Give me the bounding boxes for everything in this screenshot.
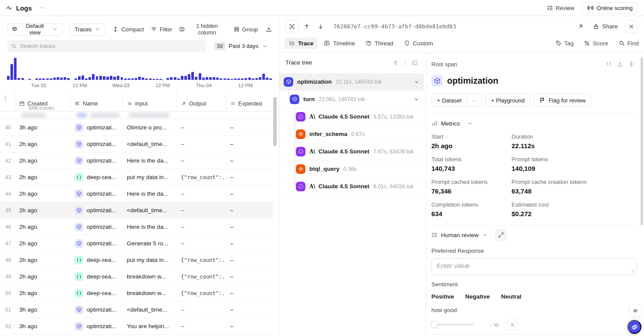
trace-tree-item[interactable]: btql_query0.36s xyxy=(279,160,424,178)
sentiment-neutral-button[interactable]: Neutral xyxy=(501,293,522,300)
row-number: 40 xyxy=(0,125,15,131)
table-row[interactable]: 442h agooptimizati...Here is the da...–– xyxy=(0,186,273,202)
column-header-output[interactable]: Output xyxy=(176,92,226,111)
anthropic-logo-icon: A\ xyxy=(309,114,315,120)
tag-button[interactable]: Tag xyxy=(556,40,574,47)
clear-score-button[interactable] xyxy=(507,319,518,330)
previous-trace-button[interactable] xyxy=(301,21,312,32)
chevron-down-icon xyxy=(52,26,58,32)
date-range-selector[interactable]: 3d Past 3 days xyxy=(210,40,272,52)
online-scoring-button[interactable]: Online scoring xyxy=(582,2,638,14)
trace-tree-item[interactable]: optimization22.11s, 140743 tok xyxy=(279,73,424,91)
view-selector[interactable]: Default view xyxy=(7,23,63,36)
resize-grip[interactable] xyxy=(631,269,635,273)
span-actions: + Dataset ··· + Playground Flag for revi… xyxy=(431,94,637,107)
review-button[interactable]: Review xyxy=(547,5,574,11)
select-all-checkbox[interactable] xyxy=(5,95,6,102)
assistant-fab[interactable] xyxy=(627,320,641,334)
more-menu-icon[interactable] xyxy=(39,5,45,11)
side-menu-button[interactable] xyxy=(629,304,642,317)
table-row[interactable]: 523h agooptimizati...You are helpin...–– xyxy=(0,318,273,335)
dataset-more-button[interactable]: ··· xyxy=(467,94,481,106)
open-fullscreen-icon[interactable] xyxy=(575,21,586,32)
column-header-name[interactable]: Name xyxy=(70,92,122,111)
table-row[interactable]: 482h ago()deep-sea...put my data in...{"… xyxy=(0,252,273,268)
move-handle-icon[interactable] xyxy=(391,57,400,68)
table-row[interactable]: 432h ago()deep-sea...put my data in...{"… xyxy=(0,169,273,186)
metric-completion-tokens: Completion tokens634 xyxy=(431,201,512,217)
score-slider[interactable] xyxy=(431,324,474,326)
histogram-bar xyxy=(110,76,112,80)
x-tick-mark xyxy=(204,80,204,82)
preferred-response-input[interactable] xyxy=(432,258,637,275)
search-box[interactable] xyxy=(7,40,206,52)
column-header-input[interactable]: Input xyxy=(122,92,176,111)
hidden-columns-button[interactable]: 1 hidden column xyxy=(179,23,227,36)
output-cell: – xyxy=(176,157,226,164)
table-row[interactable]: 492h ago()deep-sea...breakdown w...{"row… xyxy=(0,268,273,285)
left-scrollbar[interactable] xyxy=(273,97,277,146)
column-header-expected[interactable]: Expected xyxy=(226,92,273,111)
root-span-label: Root span xyxy=(431,61,457,68)
chevron-down-icon[interactable] xyxy=(414,96,420,102)
tab-timeline[interactable]: Timeline xyxy=(319,37,359,49)
flag-for-review-button[interactable]: Flag for review xyxy=(534,94,591,107)
sentiment-positive-button[interactable]: Positive xyxy=(431,293,454,300)
chevron-down-icon[interactable] xyxy=(414,79,420,85)
table-row[interactable]: 472h agooptimizati...Generate 5 ro...–– xyxy=(0,235,273,252)
sentiment-negative-button[interactable]: Negative xyxy=(465,293,490,300)
open-playground-button[interactable]: + Playground xyxy=(485,94,530,107)
metrics-title: Metrics xyxy=(441,120,460,127)
tree-more-menu-icon[interactable] xyxy=(400,57,410,68)
export-download-icon[interactable] xyxy=(266,26,272,32)
find-button[interactable]: Find xyxy=(619,40,639,47)
compact-toggle[interactable]: Compact xyxy=(112,26,144,33)
table-row[interactable]: 502h ago()deep-sea...breakdown w...{"row… xyxy=(0,285,273,302)
trace-tree-item[interactable]: turn22.06s, 140743 tok xyxy=(279,91,424,108)
table-row[interactable]: 513h agooptimizati...<default_time...–– xyxy=(0,302,273,318)
search-icon xyxy=(619,40,625,46)
next-trace-button[interactable] xyxy=(315,21,326,32)
trace-tree-item[interactable]: A\Claude 4.5 Sonnet5.57s, 13283 tok xyxy=(279,108,424,126)
histogram-bars[interactable] xyxy=(7,57,272,80)
table-row[interactable]: 422h agooptimizati...Here is the da...–– xyxy=(0,153,273,169)
score-button[interactable]: Score Find xyxy=(584,40,608,47)
filter-button[interactable]: Filter xyxy=(151,26,172,33)
expand-review-button[interactable] xyxy=(495,229,507,241)
share-button[interactable]: Share xyxy=(593,23,618,30)
close-panel-button[interactable] xyxy=(625,20,638,33)
view-json-icon[interactable] xyxy=(603,58,614,70)
move-span-icon[interactable] xyxy=(626,58,637,70)
histogram-bar xyxy=(195,77,197,80)
metrics-header[interactable]: Metrics xyxy=(431,114,637,132)
expected-cell: – xyxy=(226,174,273,180)
table-row[interactable]: 462h agooptimizati...Here is the da...–– xyxy=(0,219,273,235)
span-meta: 22.11s, 140743 tok xyxy=(336,79,382,85)
trace-tree-item[interactable]: A\Claude 4.5 Sonnet6.01s, 64034 tok xyxy=(279,178,424,195)
table-row[interactable]: 403h agooptimizati...Otimize o pro...–– xyxy=(0,119,273,136)
created-cell: 3h ago xyxy=(15,323,70,329)
focus-span-button[interactable] xyxy=(285,20,298,33)
trace-tree-item[interactable]: infer_schema0.67s xyxy=(279,126,424,143)
tab-trace[interactable]: Trace xyxy=(285,37,318,49)
right-scrollbar[interactable] xyxy=(641,58,643,225)
trace-tree-item[interactable]: A\Claude 4.5 Sonnet7.87s, 63426 tok xyxy=(279,143,424,160)
histogram-bar xyxy=(131,78,134,80)
group-button[interactable]: Group xyxy=(234,26,258,33)
trace-detail-header: 762887e7-cc99-4b73-afbf-d8bde81ebd83 Sha… xyxy=(279,16,644,37)
search-input[interactable] xyxy=(20,43,202,49)
collapse-panel-icon[interactable] xyxy=(410,57,420,68)
slider-label: how good xyxy=(431,307,637,313)
llm-span-icon xyxy=(296,147,305,156)
download-span-icon[interactable] xyxy=(614,58,626,70)
table-row[interactable]: 452h agooptimizati...<default_time...–– xyxy=(0,202,273,219)
tab-custom[interactable]: Custom xyxy=(400,37,438,49)
table-row[interactable]: 412h agooptimizati...<default_time...–– xyxy=(0,136,273,153)
slider-thumb[interactable] xyxy=(430,321,438,328)
add-to-dataset-button[interactable]: + Dataset xyxy=(432,94,467,106)
span-name: Claude 4.5 Sonnet xyxy=(319,183,369,190)
trace-histogram: Tue 0212 PMWed 0312 PMThu 0412 PM xyxy=(7,57,272,87)
tab-thread[interactable]: Thread xyxy=(361,37,398,49)
traces-selector[interactable]: Traces xyxy=(70,23,105,36)
chevron-down-icon[interactable] xyxy=(482,232,488,238)
